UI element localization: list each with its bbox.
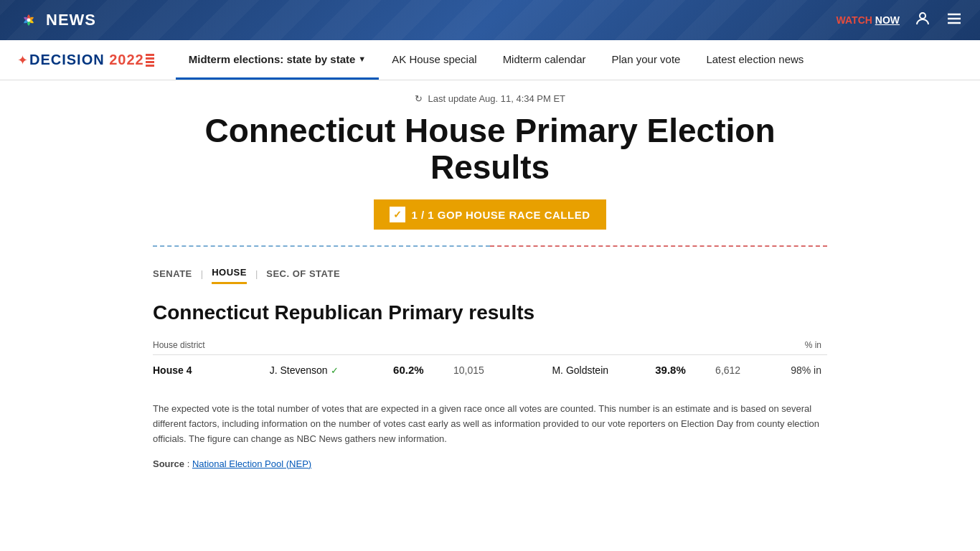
decision-star-icon: ✦ xyxy=(17,52,28,68)
results-table: House district % in House 4 J. Stevenson… xyxy=(153,336,827,385)
tab-sec-of-state[interactable]: SEC. OF STATE xyxy=(266,264,340,283)
nav-item-midterm-state[interactable]: Midterm elections: state by state ▼ xyxy=(176,40,379,80)
watch-now-link[interactable]: WATCH NOW xyxy=(837,14,900,26)
winner-check-icon: ✓ xyxy=(331,365,339,376)
secondary-nav: ✦ DECISION 2022 Midterm elections: state… xyxy=(0,40,980,80)
decision-bar-icon xyxy=(146,54,154,67)
nav-item-latest-news[interactable]: Latest election news xyxy=(693,40,816,80)
nbc-news-label: NEWS xyxy=(46,11,96,29)
tab-senate[interactable]: SENATE xyxy=(153,264,192,283)
user-icon xyxy=(914,10,931,27)
badge-inner: ✓ 1 / 1 GOP HOUSE RACE CALLED xyxy=(374,199,606,230)
badge-text: 1 / 1 GOP HOUSE RACE CALLED xyxy=(411,209,590,221)
nav-items: Midterm elections: state by state ▼ AK H… xyxy=(176,40,817,80)
table-row: House 4 J. Stevenson ✓ 60.2% 10,015 xyxy=(153,355,827,385)
tab-separator-2: | xyxy=(255,268,258,279)
candidate-2-pct: 39.8% xyxy=(655,355,715,385)
candidate-2-votes: 6,612 xyxy=(715,355,766,385)
now-label: NOW xyxy=(875,14,900,26)
decision-label: DECISION 2022 xyxy=(29,52,144,68)
tab-house[interactable]: HOUSE xyxy=(212,263,247,284)
last-update-text: ↻ Last update Aug. 11, 4:34 PM ET xyxy=(153,93,827,104)
peacock-icon xyxy=(17,9,40,32)
nav-item-ak-house[interactable]: AK House special xyxy=(379,40,489,80)
source-line: Source : National Election Pool (NEP) xyxy=(153,458,827,469)
source-label: Source xyxy=(153,458,184,469)
decision-logo[interactable]: ✦ DECISION 2022 xyxy=(17,52,154,68)
decision-year: 2022 xyxy=(109,52,144,67)
table-header-pct-in: % in xyxy=(767,336,827,355)
page-title: Connecticut House Primary Election Resul… xyxy=(153,113,827,185)
user-icon-button[interactable] xyxy=(914,10,931,31)
precincts-in: 98% in xyxy=(767,355,827,385)
watch-label: WATCH xyxy=(837,14,872,26)
svg-point-1 xyxy=(920,13,925,19)
source-link[interactable]: National Election Pool (NEP) xyxy=(192,458,311,469)
chevron-down-icon: ▼ xyxy=(358,55,366,63)
nav-item-midterm-calendar[interactable]: Midterm calendar xyxy=(490,40,599,80)
candidate-1-name: J. Stevenson ✓ xyxy=(270,355,393,385)
disclaimer-text: The expected vote is the total number of… xyxy=(153,402,827,446)
race-called-badge: ✓ 1 / 1 GOP HOUSE RACE CALLED xyxy=(153,199,827,230)
candidate-2-name: M. Goldstein xyxy=(552,355,655,385)
nav-item-plan-vote[interactable]: Plan your vote xyxy=(599,40,694,80)
table-header-district: House district xyxy=(153,336,260,355)
section-title: Connecticut Republican Primary results xyxy=(153,301,827,324)
tab-separator-1: | xyxy=(201,268,203,279)
candidate-2-party xyxy=(514,355,552,385)
candidate-1-pct: 60.2% xyxy=(393,355,453,385)
candidate-1-votes: 10,015 xyxy=(453,355,514,385)
hamburger-icon xyxy=(946,10,963,27)
menu-icon-button[interactable] xyxy=(946,10,963,31)
refresh-icon: ↻ xyxy=(415,93,423,104)
nbc-logo: NEWS xyxy=(17,9,96,32)
tab-nav: SENATE | HOUSE | SEC. OF STATE xyxy=(153,263,827,284)
district-label: House 4 xyxy=(153,355,260,385)
svg-point-0 xyxy=(27,19,31,22)
candidate-1-party xyxy=(260,355,269,385)
badge-check-icon: ✓ xyxy=(390,207,405,222)
